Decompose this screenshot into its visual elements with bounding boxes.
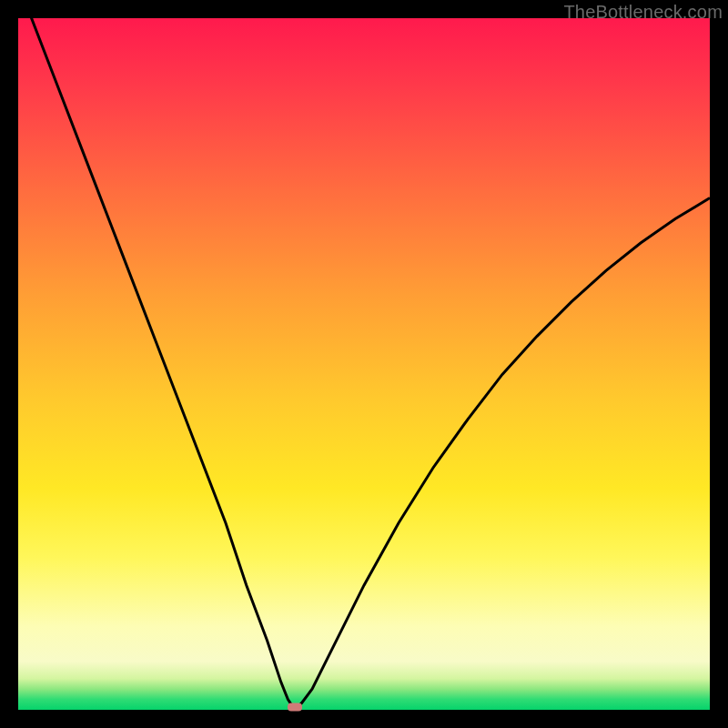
- chart-frame: [18, 18, 710, 710]
- minimum-marker: [288, 703, 302, 712]
- chart-background-gradient: [18, 18, 710, 710]
